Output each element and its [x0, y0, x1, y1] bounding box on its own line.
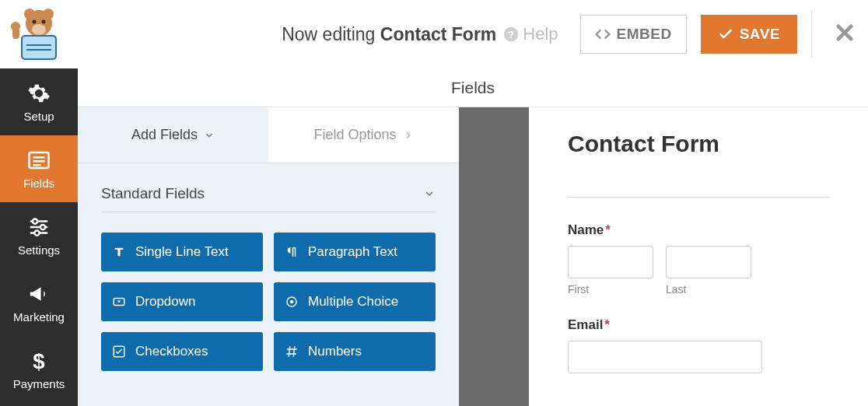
divider-line: [568, 197, 829, 198]
dropdown-icon: [112, 295, 126, 309]
svg-text:$: $: [33, 349, 44, 373]
gear-icon: [27, 82, 51, 105]
last-name-input[interactable]: [666, 246, 751, 278]
code-icon: [595, 26, 611, 42]
text-icon: [112, 245, 126, 259]
paragraph-icon: [285, 245, 299, 259]
svg-point-3: [33, 20, 37, 24]
sidebar-item-marketing[interactable]: Marketing: [0, 269, 78, 336]
sidebar-item-settings[interactable]: Settings: [0, 202, 78, 269]
svg-point-26: [290, 300, 294, 304]
form-preview: Contact Form Name* First Last Em: [529, 107, 868, 406]
save-button[interactable]: SAVE: [701, 15, 797, 54]
top-bar: Now editing Contact Form ? Help EMBED SA…: [0, 0, 868, 68]
help-button[interactable]: ? Help: [502, 24, 558, 44]
help-icon: ?: [502, 26, 520, 43]
name-label: Name*: [568, 222, 829, 238]
sidebar-item-setup[interactable]: Setup: [0, 68, 78, 135]
tab-field-options[interactable]: Field Options: [268, 107, 459, 163]
chevron-right-icon: [403, 130, 414, 141]
svg-text:?: ?: [508, 29, 514, 40]
panel-header: Fields: [78, 68, 868, 107]
svg-rect-6: [22, 36, 56, 59]
section-header[interactable]: Standard Fields: [101, 185, 436, 212]
list-icon: [27, 149, 51, 172]
form-title: Contact Form: [568, 131, 739, 158]
fields-panel: Add Fields Field Options Standard Fields: [78, 107, 459, 406]
svg-point-22: [34, 230, 39, 235]
check-icon: [718, 26, 733, 42]
chevron-down-icon: [423, 187, 436, 200]
now-editing-label: Now editing Contact Form: [282, 24, 496, 45]
svg-point-18: [33, 219, 37, 223]
radio-icon: [285, 295, 299, 309]
svg-rect-10: [12, 28, 19, 39]
svg-point-4: [42, 20, 46, 24]
field-checkboxes[interactable]: Checkboxes: [101, 332, 263, 371]
close-button[interactable]: [834, 22, 856, 47]
field-numbers[interactable]: Numbers: [274, 332, 436, 371]
gutter: [459, 107, 529, 406]
field-single-line-text[interactable]: Single Line Text: [101, 233, 263, 271]
email-label: Email*: [568, 317, 829, 333]
sidebar-item-fields[interactable]: Fields: [0, 135, 78, 202]
svg-point-5: [32, 24, 46, 35]
embed-button[interactable]: EMBED: [580, 15, 687, 54]
app-logo: [6, 3, 72, 65]
sliders-icon: [27, 215, 51, 239]
first-sublabel: First: [568, 283, 653, 296]
sidebar: Setup Fields Settings Marketing $ Paymen…: [0, 68, 78, 406]
svg-point-2: [43, 9, 54, 19]
bullhorn-icon: [27, 282, 51, 306]
chevron-down-icon: [204, 130, 215, 141]
dollar-icon: $: [27, 349, 51, 373]
divider: [811, 10, 812, 58]
field-paragraph-text[interactable]: Paragraph Text: [274, 233, 436, 271]
field-dropdown[interactable]: Dropdown: [101, 282, 263, 321]
tab-add-fields[interactable]: Add Fields: [78, 107, 268, 163]
hash-icon: [285, 345, 299, 359]
last-sublabel: Last: [666, 283, 751, 296]
svg-point-1: [24, 9, 35, 19]
email-input[interactable]: [568, 341, 762, 373]
sidebar-item-payments[interactable]: $ Payments: [0, 336, 78, 403]
field-multiple-choice[interactable]: Multiple Choice: [274, 282, 436, 321]
close-icon: [834, 22, 856, 44]
svg-point-20: [40, 224, 45, 229]
checkbox-icon: [112, 345, 126, 359]
first-name-input[interactable]: [568, 246, 653, 278]
